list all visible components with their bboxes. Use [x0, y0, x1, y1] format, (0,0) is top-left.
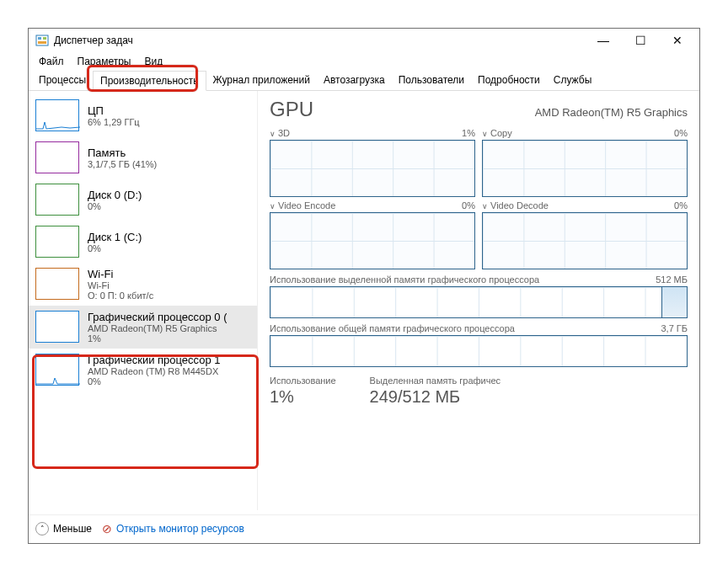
- chart-label: 3D: [278, 128, 290, 138]
- chart-3d: ∨3D 1%: [270, 128, 475, 197]
- sidebar-item-label: ЦП: [88, 104, 140, 117]
- chart-value: 0%: [462, 200, 475, 210]
- tab-users[interactable]: Пользователи: [392, 71, 471, 90]
- chart-label: Copy: [490, 128, 512, 138]
- sidebar-item-gpu1[interactable]: Графический процессор 1 AMD Radeon (TM) …: [29, 349, 257, 392]
- main-header: GPU AMD Radeon(TM) R5 Graphics: [270, 98, 688, 121]
- window-controls: — ☐ ✕: [585, 29, 696, 52]
- sidebar-item-label: Графический процессор 1: [88, 354, 221, 366]
- gpu0-mini-chart: [35, 311, 79, 343]
- sidebar-item-label: Графический процессор 0 (: [88, 311, 227, 323]
- fewer-details-button[interactable]: ˄ Меньше: [35, 522, 92, 535]
- svg-rect-2: [43, 37, 46, 40]
- shared-memory-label-row: Использование общей памяти графического …: [270, 323, 688, 333]
- sidebar-item-sub2: 1%: [88, 333, 227, 344]
- sidebar-item-memory[interactable]: Память 3,1/7,5 ГБ (41%): [29, 136, 257, 178]
- chevron-down-icon[interactable]: ∨: [482, 202, 488, 210]
- dedicated-memory-label-row: Использование выделенной памяти графичес…: [270, 274, 688, 285]
- chart-video-encode: ∨Video Encode 0%: [270, 200, 475, 269]
- sidebar-item-sub: 0%: [88, 243, 142, 253]
- no-entry-icon: ⊘: [102, 522, 112, 535]
- disk0-mini-chart: [35, 184, 79, 216]
- cpu-mini-chart: [35, 99, 79, 131]
- chart-video-decode: ∨Video Decode 0%: [482, 200, 688, 269]
- sidebar-item-gpu0[interactable]: Графический процессор 0 ( AMD Radeon(TM)…: [29, 306, 257, 349]
- chart-encode-graph: [270, 212, 475, 269]
- fewer-details-label: Меньше: [53, 523, 92, 535]
- sidebar-item-sub: 0%: [88, 201, 142, 211]
- sidebar-item-sub: Wi-Fi: [88, 280, 153, 290]
- sidebar-item-disk1[interactable]: Диск 1 (C:) 0%: [29, 221, 257, 263]
- tab-performance[interactable]: Производительность: [93, 71, 206, 91]
- chevron-up-icon: ˄: [35, 522, 49, 535]
- dedicated-memory-label: Использование выделенной памяти графичес…: [270, 274, 539, 285]
- chart-label: Video Decode: [490, 200, 549, 210]
- chart-value: 1%: [462, 128, 475, 138]
- close-button[interactable]: ✕: [659, 29, 696, 52]
- chart-copy: ∨Copy 0%: [482, 128, 688, 197]
- sidebar-item-label: Wi-Fi: [88, 268, 153, 280]
- task-manager-window: Диспетчер задач — ☐ ✕ Файл Параметры Вид…: [28, 28, 700, 544]
- sidebar-item-sub: 6% 1,29 ГГц: [88, 117, 140, 127]
- chart-value: 0%: [674, 200, 688, 210]
- wifi-mini-chart: [35, 268, 79, 300]
- bottom-stats: Использование 1% Выделенная память графи…: [270, 376, 688, 407]
- tab-startup[interactable]: Автозагрузка: [317, 71, 392, 90]
- tab-processes[interactable]: Процессы: [32, 71, 93, 90]
- sidebar-item-label: Память: [88, 146, 157, 159]
- sidebar-item-sub: 3,1/7,5 ГБ (41%): [88, 159, 157, 169]
- svg-rect-3: [38, 41, 46, 44]
- shared-memory-max: 3,7 ГБ: [661, 323, 688, 333]
- disk1-mini-chart: [35, 226, 79, 258]
- chevron-down-icon[interactable]: ∨: [270, 130, 276, 138]
- dedicated-memory-chart: [270, 286, 688, 318]
- sidebar-item-sub: AMD Radeon(TM) R5 Graphics: [88, 323, 227, 333]
- maximize-button[interactable]: ☐: [622, 29, 659, 52]
- open-resource-monitor-link[interactable]: ⊘ Открыть монитор ресурсов: [102, 522, 244, 535]
- titlebar: Диспетчер задач — ☐ ✕: [29, 29, 699, 52]
- menu-view[interactable]: Вид: [139, 54, 168, 69]
- stat-dedicated-label: Выделенная память графичес: [370, 376, 500, 386]
- stat-dedicated: Выделенная память графичес 249/512 МБ: [370, 376, 500, 407]
- sidebar-item-disk0[interactable]: Диск 0 (D:) 0%: [29, 178, 257, 221]
- gpu1-mini-chart: [35, 354, 79, 386]
- sidebar-item-label: Диск 0 (D:): [88, 189, 142, 201]
- shared-memory-label: Использование общей памяти графического …: [270, 323, 515, 333]
- sidebar: ЦП 6% 1,29 ГГц Память 3,1/7,5 ГБ (41%) Д…: [29, 91, 258, 510]
- shared-memory-chart: [270, 335, 688, 367]
- gpu-device-name: AMD Radeon(TM) R5 Graphics: [535, 106, 688, 119]
- sidebar-item-wifi[interactable]: Wi-Fi Wi-Fi О: 0 П: 0 кбит/с: [29, 263, 257, 306]
- content: ЦП 6% 1,29 ГГц Память 3,1/7,5 ГБ (41%) Д…: [29, 91, 699, 510]
- sidebar-item-sub2: 0%: [88, 376, 221, 386]
- memory-mini-chart: [35, 141, 79, 173]
- gpu-title: GPU: [270, 98, 313, 121]
- main-panel: GPU AMD Radeon(TM) R5 Graphics ∨3D 1% ∨C…: [258, 91, 699, 510]
- svg-rect-1: [38, 37, 41, 40]
- tab-details[interactable]: Подробности: [471, 71, 547, 90]
- tab-app-history[interactable]: Журнал приложений: [206, 71, 317, 90]
- chevron-down-icon[interactable]: ∨: [482, 130, 488, 138]
- sidebar-item-cpu[interactable]: ЦП 6% 1,29 ГГц: [29, 94, 257, 136]
- chevron-down-icon[interactable]: ∨: [270, 202, 276, 210]
- stat-usage-label: Использование: [270, 376, 336, 386]
- app-icon: [35, 34, 49, 47]
- resource-monitor-label: Открыть монитор ресурсов: [116, 523, 244, 535]
- stat-usage-value: 1%: [270, 387, 336, 407]
- chart-3d-graph: [270, 140, 475, 197]
- svg-rect-0: [36, 35, 48, 45]
- tab-services[interactable]: Службы: [547, 71, 598, 90]
- sidebar-item-label: Диск 1 (C:): [88, 231, 142, 243]
- dedicated-memory-max: 512 МБ: [656, 274, 688, 285]
- sidebar-item-sub2: О: 0 П: 0 кбит/с: [88, 290, 153, 301]
- stat-usage: Использование 1%: [270, 376, 336, 407]
- chart-copy-graph: [482, 140, 688, 197]
- window-title: Диспетчер задач: [54, 35, 585, 46]
- sidebar-item-sub: AMD Radeon (TM) R8 M445DX: [88, 366, 221, 376]
- menu-options[interactable]: Параметры: [72, 54, 136, 69]
- minimize-button[interactable]: —: [585, 29, 622, 52]
- tabs: Процессы Производительность Журнал прило…: [29, 71, 699, 91]
- footer: ˄ Меньше ⊘ Открыть монитор ресурсов: [29, 514, 699, 541]
- chart-label: Video Encode: [278, 200, 335, 210]
- stat-dedicated-value: 249/512 МБ: [370, 387, 500, 407]
- menu-file[interactable]: Файл: [34, 54, 69, 69]
